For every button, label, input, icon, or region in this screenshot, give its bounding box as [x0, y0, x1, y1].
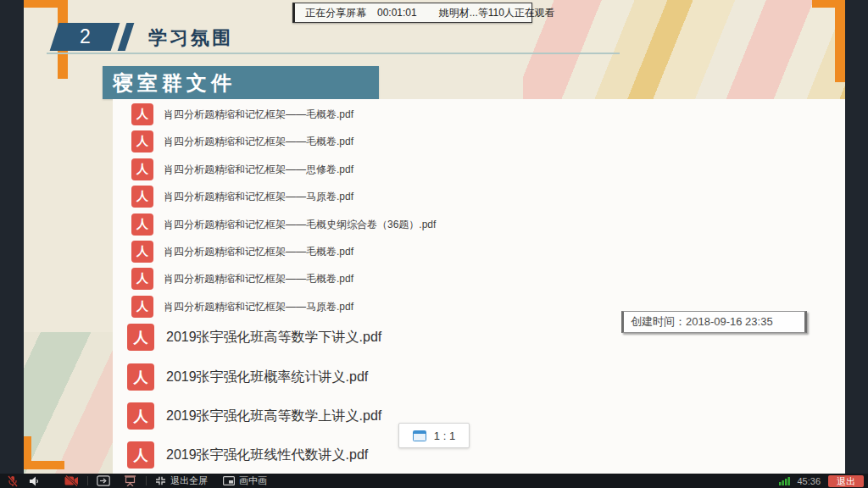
corner-decor-bottom-left — [24, 461, 64, 469]
file-row[interactable]: 人肖四分析题精缩和记忆框架——毛概卷.pdf — [131, 130, 353, 152]
shared-screen-slide: 2 学习氛围 寝室群文件 人肖四分析题精缩和记忆框架——毛概卷.pdf 人肖四分… — [24, 0, 845, 474]
pdf-file-icon: 人 — [127, 441, 154, 469]
toolbar-separator — [87, 476, 88, 485]
file-list-panel: 人肖四分析题精缩和记忆框架——毛概卷.pdf 人肖四分析题精缩和记忆框架——毛概… — [113, 99, 845, 474]
window-icon — [413, 430, 426, 441]
toolbar-separator — [146, 476, 147, 485]
share-screen-icon[interactable] — [97, 475, 110, 486]
corner-decor-top-right — [835, 0, 845, 82]
camera-off-icon[interactable] — [64, 475, 79, 486]
meeting-duration: 45:36 — [797, 476, 821, 486]
pdf-file-icon: 人 — [131, 130, 153, 152]
file-row[interactable]: 人2019张宇强化班概率统计讲义.pdf — [127, 363, 368, 391]
file-name: 2019张宇强化班线性代数讲义.pdf — [166, 446, 368, 464]
file-name: 2019张宇强化班高等数学下讲义.pdf — [166, 329, 381, 347]
zoom-ratio-indicator[interactable]: 1 : 1 — [398, 423, 470, 448]
file-name: 肖四分析题精缩和记忆框架——毛概卷.pdf — [164, 108, 353, 122]
projector-screen-icon[interactable] — [124, 475, 136, 486]
share-status-label: 正在分享屏幕 — [305, 6, 366, 20]
file-row[interactable]: 人2019张宇强化班高等数学上讲义.pdf — [127, 402, 381, 430]
section-number: 2 — [80, 25, 91, 48]
file-row[interactable]: 人肖四分析题精缩和记忆框架——毛概卷.pdf — [131, 103, 353, 125]
pdf-file-icon: 人 — [131, 103, 153, 125]
slide-title: 学习氛围 — [148, 25, 233, 51]
file-row[interactable]: 人2019张宇强化班线性代数讲义.pdf — [127, 441, 368, 469]
file-row[interactable]: 人肖四分析题精缩和记忆框架——思修卷.pdf — [131, 158, 353, 180]
tooltip-text: 创建时间：2018-09-16 23:35 — [631, 314, 773, 330]
screen-share-status-bar: 正在分享屏幕 00:01:01 姚明材...等110人正在观看 — [292, 3, 532, 23]
pdf-file-icon: 人 — [127, 363, 154, 391]
file-name: 2019张宇强化班概率统计讲义.pdf — [166, 369, 368, 386]
file-name: 肖四分析题精缩和记忆框架——毛概卷.pdf — [164, 272, 353, 286]
file-row[interactable]: 人肖四分析题精缩和记忆框架——毛概卷.pdf — [131, 241, 353, 263]
picture-in-picture-icon[interactable] — [223, 476, 235, 485]
file-name: 肖四分析题精缩和记忆框架——马原卷.pdf — [164, 190, 353, 204]
section-number-badge: 2 — [50, 23, 120, 51]
stripe-decor-top-right — [523, 0, 845, 100]
badge-accent-decor — [118, 23, 135, 51]
exit-fullscreen-icon[interactable] — [155, 476, 166, 485]
pdf-file-icon: 人 — [127, 402, 154, 430]
signal-strength-icon — [779, 476, 792, 485]
pdf-file-icon: 人 — [127, 324, 154, 351]
speaker-icon[interactable] — [28, 475, 40, 487]
file-name: 肖四分析题精缩和记忆框架——毛概卷.pdf — [164, 135, 353, 149]
file-name: 2019张宇强化班高等数学上讲义.pdf — [166, 408, 381, 425]
pdf-file-icon: 人 — [131, 214, 153, 236]
pdf-file-icon: 人 — [131, 268, 153, 290]
pip-button[interactable]: 画中画 — [239, 474, 267, 487]
file-row[interactable]: 人肖四分析题精缩和记忆框架——毛概卷.pdf — [131, 268, 353, 290]
stripe-decor-bottom-left — [24, 332, 117, 474]
pdf-file-icon: 人 — [131, 296, 153, 318]
file-name: 肖四分析题精缩和记忆框架——思修卷.pdf — [164, 163, 353, 177]
creation-time-tooltip: 创建时间：2018-09-16 23:35 — [621, 311, 807, 333]
title-divider — [47, 53, 620, 54]
file-row[interactable]: 人肖四分析题精缩和记忆框架——马原卷.pdf — [131, 296, 353, 318]
ratio-label: 1 : 1 — [434, 430, 455, 442]
pdf-file-icon: 人 — [131, 186, 153, 208]
share-timer: 00:01:01 — [377, 7, 417, 19]
viewers-label: 姚明材...等110人正在观看 — [439, 6, 555, 20]
file-name: 肖四分析题精缩和记忆框架——毛概史纲综合卷（36题）.pdf — [164, 218, 436, 232]
file-row[interactable]: 人肖四分析题精缩和记忆框架——马原卷.pdf — [131, 186, 353, 208]
file-row[interactable]: 人肖四分析题精缩和记忆框架——毛概史纲综合卷（36题）.pdf — [131, 214, 436, 236]
exit-fullscreen-button[interactable]: 退出全屏 — [170, 474, 208, 487]
pdf-file-icon: 人 — [131, 241, 153, 263]
meeting-toolbar: 退出全屏 画中画 45:36 退出 — [0, 474, 868, 488]
pdf-file-icon: 人 — [131, 158, 153, 180]
panel-header-banner: 寝室群文件 — [103, 66, 379, 99]
file-row[interactable]: 人2019张宇强化班高等数学下讲义.pdf — [127, 324, 381, 351]
exit-button[interactable]: 退出 — [828, 475, 864, 487]
panel-header-label: 寝室群文件 — [103, 69, 236, 97]
file-name: 肖四分析题精缩和记忆框架——马原卷.pdf — [164, 300, 353, 314]
file-name: 肖四分析题精缩和记忆框架——毛概卷.pdf — [164, 245, 353, 259]
microphone-muted-icon[interactable] — [7, 475, 19, 487]
